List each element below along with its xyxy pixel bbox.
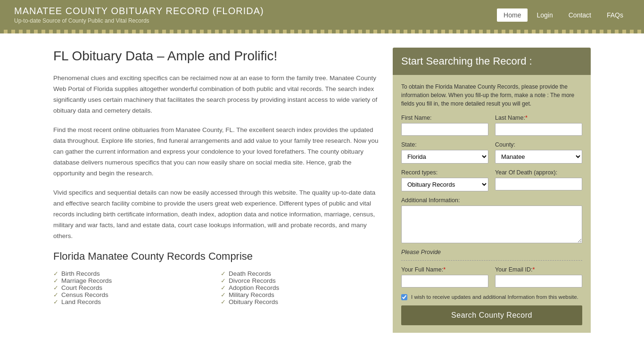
last-name-label: Last Name:* — [495, 115, 582, 121]
para1: Phenomenal clues and exciting specifics … — [53, 73, 379, 116]
form-body: To obtain the Florida Manatee County Rec… — [393, 75, 591, 333]
required-mark: * — [525, 115, 528, 121]
county-group: County: Manatee Miami-Dade Broward Palm … — [495, 141, 582, 164]
list-item: ✓ Marriage Records — [53, 277, 211, 284]
record-type-select[interactable]: Obituary Records Birth Records Death Rec… — [401, 178, 488, 191]
check-icon: ✓ — [53, 284, 58, 291]
nav-home[interactable]: Home — [497, 8, 528, 22]
para2: Find the most recent online obituaries f… — [53, 125, 379, 179]
site-title: MANATEE COUNTY OBITUARY RECORD (FLORIDA) — [14, 6, 264, 16]
hero-title: FL Obituary Data – Ample and Prolific! — [53, 48, 379, 65]
updates-checkbox[interactable] — [401, 294, 407, 300]
records-col2: ✓ Death Records ✓ Divorce Records ✓ Adop… — [221, 270, 379, 305]
year-of-death-input[interactable] — [495, 178, 582, 190]
first-name-group: First Name: — [401, 115, 488, 136]
record-label: Court Records — [61, 284, 102, 291]
check-icon: ✓ — [53, 270, 58, 277]
additional-info-textarea[interactable] — [401, 206, 582, 243]
required-mark: * — [532, 266, 535, 273]
list-item: ✓ Court Records — [53, 284, 211, 291]
check-icon: ✓ — [221, 291, 226, 298]
record-label: Adoption Records — [229, 284, 279, 291]
divider — [401, 259, 582, 261]
record-label: Land Records — [61, 298, 101, 305]
name-email-row: Your Full Name:* Your Email ID:* — [401, 266, 582, 288]
records-list: ✓ Birth Records ✓ Marriage Records ✓ Cou… — [53, 270, 379, 305]
list-item: ✓ Land Records — [53, 298, 211, 305]
county-select[interactable]: Manatee Miami-Dade Broward Palm Beach Hi… — [495, 150, 582, 164]
site-title-normal: (FLORIDA) — [209, 6, 264, 16]
record-label: Death Records — [229, 270, 271, 277]
nav-contact[interactable]: Contact — [562, 8, 598, 22]
first-name-input[interactable] — [401, 123, 488, 136]
check-icon: ✓ — [53, 291, 58, 298]
check-icon: ✓ — [53, 277, 58, 284]
records-title: Florida Manatee County Records Comprise — [53, 250, 379, 263]
nav-faqs[interactable]: FAQs — [600, 8, 630, 22]
search-county-record-button[interactable]: Search County Record — [401, 305, 582, 325]
full-name-group: Your Full Name:* — [401, 266, 488, 288]
record-type-group: Record types: Obituary Records Birth Rec… — [401, 169, 488, 191]
list-item: ✓ Census Records — [53, 291, 211, 298]
list-item: ✓ Obituary Records — [221, 298, 379, 305]
check-icon: ✓ — [221, 270, 226, 277]
record-label: Marriage Records — [61, 277, 112, 284]
records-col1: ✓ Birth Records ✓ Marriage Records ✓ Cou… — [53, 270, 211, 305]
year-of-death-label: Year Of Death (approx): — [495, 169, 582, 176]
search-form-container: Start Searching the Record : To obtain t… — [393, 48, 591, 333]
last-name-group: Last Name:* — [495, 115, 582, 136]
site-header: MANATEE COUNTY OBITUARY RECORD (FLORIDA)… — [0, 0, 644, 30]
state-county-row: State: Florida Alabama Georgia Texas Cal… — [401, 141, 582, 164]
last-name-input[interactable] — [495, 123, 582, 136]
list-item: ✓ Adoption Records — [221, 284, 379, 291]
form-header: Start Searching the Record : — [393, 48, 591, 75]
record-label: Birth Records — [61, 270, 100, 277]
check-icon: ✓ — [221, 277, 226, 284]
full-name-input[interactable] — [401, 275, 488, 288]
record-label: Military Records — [229, 291, 274, 298]
record-label: Census Records — [61, 291, 108, 298]
state-select[interactable]: Florida Alabama Georgia Texas California — [401, 150, 488, 164]
check-icon: ✓ — [53, 298, 58, 305]
name-row: First Name: Last Name:* — [401, 115, 582, 136]
form-description: To obtain the Florida Manatee County Rec… — [401, 82, 582, 108]
header-branding: MANATEE COUNTY OBITUARY RECORD (FLORIDA)… — [14, 6, 264, 24]
additional-info-group: Additional Information: — [401, 197, 582, 243]
list-item: ✓ Death Records — [221, 270, 379, 277]
nav-login[interactable]: Login — [530, 8, 559, 22]
check-icon: ✓ — [221, 284, 226, 291]
checkbox-label: I wish to receive updates and additional… — [411, 293, 578, 301]
email-group: Your Email ID:* — [495, 266, 582, 288]
decorative-border — [0, 30, 644, 33]
email-input[interactable] — [495, 275, 582, 288]
additional-info-label: Additional Information: — [401, 197, 582, 204]
site-tagline: Up-to-date Source of County Public and V… — [14, 17, 264, 24]
state-label: State: — [401, 141, 488, 148]
record-label: Divorce Records — [229, 277, 276, 284]
email-label: Your Email ID:* — [495, 266, 582, 273]
list-item: ✓ Military Records — [221, 291, 379, 298]
county-label: County: — [495, 141, 582, 148]
first-name-label: First Name: — [401, 115, 488, 121]
state-group: State: Florida Alabama Georgia Texas Cal… — [401, 141, 488, 164]
left-content: FL Obituary Data – Ample and Prolific! P… — [53, 48, 379, 333]
record-type-label: Record types: — [401, 169, 488, 176]
checkbox-row: I wish to receive updates and additional… — [401, 293, 582, 301]
main-container: FL Obituary Data – Ample and Prolific! P… — [44, 33, 600, 347]
main-nav: Home Login Contact FAQs — [497, 8, 630, 22]
para3: Vivid specifics and sequential details c… — [53, 188, 379, 242]
form-title: Start Searching the Record : — [401, 55, 582, 67]
record-year-row: Record types: Obituary Records Birth Rec… — [401, 169, 582, 191]
full-name-label: Your Full Name:* — [401, 266, 488, 273]
site-title-bold: MANATEE COUNTY OBITUARY RECORD — [14, 6, 209, 16]
list-item: ✓ Birth Records — [53, 270, 211, 277]
please-provide-label: Please Provide — [401, 249, 582, 255]
record-label: Obituary Records — [229, 298, 278, 305]
list-item: ✓ Divorce Records — [221, 277, 379, 284]
year-of-death-group: Year Of Death (approx): — [495, 169, 582, 191]
check-icon: ✓ — [221, 298, 226, 305]
required-mark: * — [443, 266, 446, 273]
